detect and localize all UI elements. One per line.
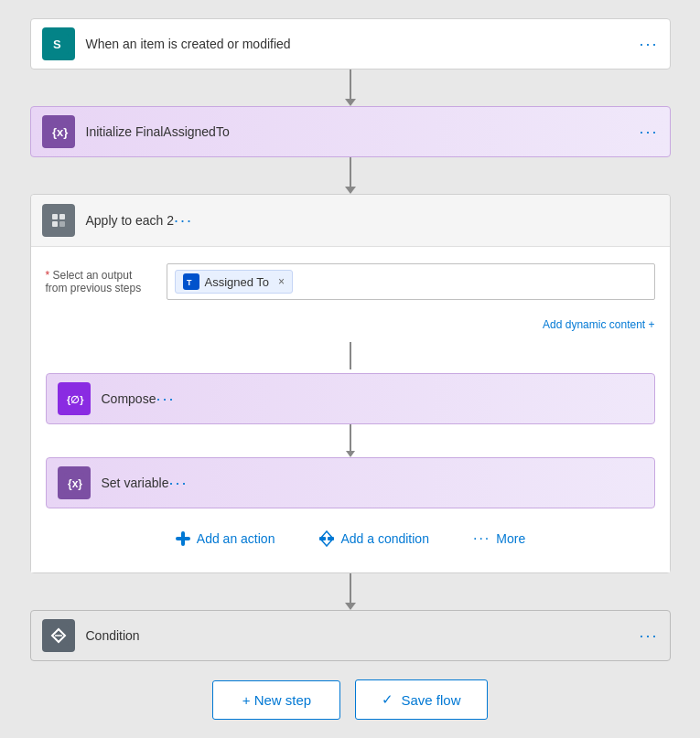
save-checkmark-icon: ✓: [382, 691, 393, 708]
flow-container: S When an item is created or modified ··…: [30, 18, 671, 720]
svg-text:T: T: [187, 278, 192, 287]
svg-rect-5: [52, 214, 58, 219]
svg-rect-4: [48, 210, 69, 230]
new-step-label: + New step: [242, 692, 311, 708]
connector-arrow-2: [345, 187, 356, 194]
more-label: More: [496, 531, 525, 546]
compose-step-card: {∅} Compose ···: [46, 373, 655, 424]
set-variable-step-card: {x} Set variable ···: [46, 457, 655, 508]
more-dots-icon: ···: [473, 530, 490, 547]
inner-connector-arrow-1: [346, 451, 355, 457]
group-icon: [42, 204, 75, 237]
add-condition-label: Add a condition: [340, 531, 429, 546]
trigger-step-card: S When an item is created or modified ··…: [30, 18, 671, 70]
connector-arrow-1: [345, 99, 356, 106]
apply-each-header: Apply to each 2 ···: [31, 195, 670, 246]
condition-icon: [42, 619, 75, 652]
compose-more-button[interactable]: ···: [156, 390, 175, 409]
connector-3: [345, 573, 356, 610]
connector-line-1: [350, 70, 351, 99]
connector-arrow-3: [345, 603, 356, 610]
add-action-label: Add an action: [197, 531, 275, 546]
variable-icon-1: {x}: [42, 115, 75, 148]
condition-step-title: Condition: [86, 628, 640, 643]
trigger-step-title: When an item is created or modified: [86, 37, 640, 51]
svg-text:S: S: [53, 37, 61, 51]
save-flow-label: Save flow: [401, 692, 460, 708]
initialize-step-card: {x} Initialize FinalAssignedTo ···: [30, 106, 671, 157]
apply-each-title: Apply to each 2: [86, 213, 175, 228]
select-label: * Select an outputfrom previous steps: [46, 263, 156, 294]
apply-each-body: * Select an outputfrom previous steps T …: [31, 246, 670, 572]
add-action-button[interactable]: Add an action: [167, 527, 283, 551]
add-condition-icon: [318, 530, 335, 547]
svg-rect-16: [181, 531, 185, 546]
connector-2: [345, 157, 356, 194]
set-variable-step-title: Set variable: [102, 476, 169, 490]
condition-more-button[interactable]: ···: [639, 626, 658, 646]
connector-1: [345, 70, 356, 106]
svg-text:{∅}: {∅}: [67, 394, 84, 405]
select-output-row: * Select an outputfrom previous steps T …: [46, 256, 655, 307]
assigned-to-token: T Assigned To ×: [175, 270, 294, 294]
token-input[interactable]: T Assigned To ×: [167, 263, 655, 300]
condition-step-card: Condition ···: [30, 610, 671, 661]
compose-icon: {∅}: [58, 382, 91, 415]
action-buttons-row: Add an action Add a condition ··· More: [46, 508, 655, 558]
save-flow-button[interactable]: ✓ Save flow: [355, 679, 487, 720]
set-variable-more-button[interactable]: ···: [168, 474, 188, 493]
svg-rect-7: [52, 221, 58, 227]
add-action-icon: [175, 530, 191, 547]
svg-text:{x}: {x}: [52, 125, 68, 139]
token-icon: T: [183, 273, 199, 290]
initialize-more-button[interactable]: ···: [639, 123, 658, 142]
required-star: *: [46, 269, 50, 282]
add-condition-button[interactable]: Add a condition: [311, 527, 436, 551]
apply-each-more-button[interactable]: ···: [174, 211, 193, 230]
set-variable-icon: {x}: [58, 466, 91, 499]
bottom-toolbar: + New step ✓ Save flow: [30, 679, 671, 720]
svg-text:{x}: {x}: [68, 477, 82, 490]
svg-rect-8: [59, 221, 65, 227]
sharepoint-icon: S: [42, 27, 75, 60]
token-label: Assigned To: [205, 275, 270, 289]
inner-connector-line-1: [350, 424, 351, 451]
token-close-button[interactable]: ×: [278, 275, 285, 288]
connector-line-2: [350, 157, 351, 187]
apply-each-group-card: Apply to each 2 ··· * Select an outputfr…: [30, 194, 671, 573]
svg-rect-6: [59, 214, 65, 219]
more-button[interactable]: ··· More: [466, 527, 533, 551]
add-dynamic-content[interactable]: Add dynamic content +: [46, 315, 655, 338]
initialize-step-title: Initialize FinalAssignedTo: [86, 124, 640, 139]
inner-connector-1: [46, 424, 655, 457]
connector-line-3: [350, 573, 351, 603]
trigger-more-button[interactable]: ···: [639, 35, 658, 54]
compose-step-title: Compose: [102, 391, 156, 406]
new-step-button[interactable]: + New step: [212, 680, 340, 720]
